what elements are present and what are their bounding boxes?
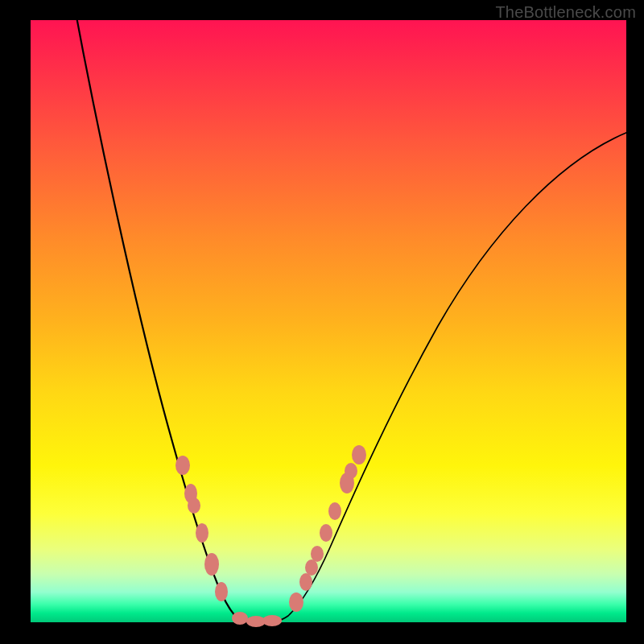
data-marker [232, 612, 248, 625]
chart-svg [31, 20, 626, 622]
data-marker [188, 497, 200, 514]
plot-area [31, 20, 626, 622]
curve-left [74, 4, 259, 622]
watermark-text: TheBottleneck.com [495, 3, 636, 22]
data-marker [204, 553, 219, 576]
data-marker [196, 523, 208, 543]
data-marker [320, 524, 332, 542]
data-marker [175, 456, 190, 475]
data-marker [305, 559, 318, 576]
data-marker [352, 445, 366, 464]
data-marker [299, 573, 312, 591]
marker-group [175, 445, 366, 627]
data-marker [215, 582, 228, 601]
chart-stage: TheBottleneck.com [0, 0, 644, 644]
data-marker [262, 615, 282, 626]
data-marker [345, 463, 357, 479]
data-marker [289, 592, 303, 612]
data-marker [328, 502, 341, 520]
data-marker [311, 546, 324, 562]
